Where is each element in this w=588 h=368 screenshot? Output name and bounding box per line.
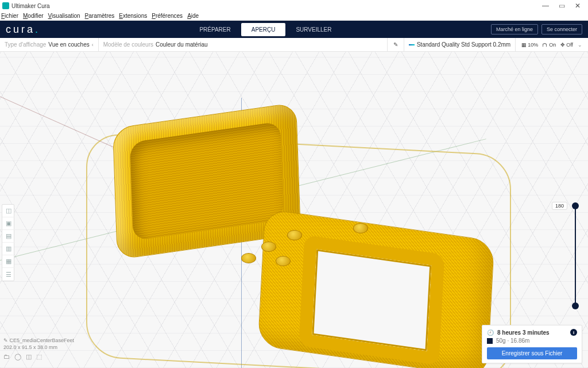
tool-cube-icon[interactable]: ◫ [26, 353, 32, 360]
view-3d-icon[interactable]: ◫ [2, 205, 15, 217]
logo: cura. [6, 24, 40, 36]
menu-edit[interactable]: Modifier [23, 13, 44, 19]
layer-handle-top[interactable] [572, 202, 579, 209]
3d-viewport[interactable]: ◫ ▣ ▤ ▥ ▦ ☰ 180 ✎ CE5_mediaCenterBaseFee… [0, 52, 588, 368]
minimize-button[interactable]: — [537, 2, 554, 10]
view-front-icon[interactable]: ▣ [2, 217, 15, 230]
colorscheme-selector[interactable]: Modèle de couleurs Couleur du matériau [99, 38, 388, 51]
menu-settings[interactable]: Paramètres [85, 13, 115, 19]
save-to-file-button[interactable]: Enregistrer sous Fichier [487, 347, 577, 359]
menu-extensions[interactable]: Extensions [119, 13, 147, 19]
tool-extra-icon[interactable]: ⬚ [36, 353, 42, 360]
grid-icon: ▦ [521, 42, 527, 48]
stage-tabs: PRÉPARER APERÇU SURVEILLER [189, 23, 342, 36]
layer-handle-bottom[interactable] [572, 302, 579, 309]
chevron-down-icon[interactable]: ⌄ [578, 42, 582, 48]
support-icon: ⛫ [543, 42, 548, 48]
signin-button[interactable]: Se connecter [541, 24, 582, 34]
view-left-icon[interactable]: ▥ [2, 243, 15, 255]
support-setting[interactable]: ⛫On [543, 42, 556, 48]
view-toolbar: ◫ ▣ ▤ ▥ ▦ ☰ [2, 204, 14, 281]
close-button[interactable]: ✕ [570, 2, 586, 10]
adhesion-setting[interactable]: ✥Off [560, 42, 573, 48]
object-info: ✎ CE5_mediaCenterBaseFeet 202.0 x 91.5 x… [3, 337, 74, 360]
view-layers-icon[interactable]: ☰ [2, 268, 15, 281]
tab-monitor[interactable]: SURVEILLER [285, 23, 342, 36]
time-estimate: 8 heures 3 minutes [497, 329, 550, 336]
print-estimate-panel: 🕘 8 heures 3 minutes i 50g · 16.86m Enre… [482, 325, 582, 363]
viewtype-value: Vue en couches [48, 41, 89, 48]
edit-settings-icon[interactable]: ✎ [388, 38, 404, 51]
maximize-button[interactable]: ▭ [554, 2, 570, 10]
window-titlebar: Ultimaker Cura — ▭ ✕ [0, 0, 588, 12]
marketplace-button[interactable]: Marché en ligne [491, 24, 538, 34]
header: cura. PRÉPARER APERÇU SURVEILLER Marché … [0, 21, 588, 38]
app-icon [2, 2, 9, 9]
menu-file[interactable]: Fichier [1, 13, 18, 19]
view-top-icon[interactable]: ▤ [2, 230, 15, 243]
viewtype-label: Type d'affichage [5, 41, 46, 48]
colorscheme-value: Couleur du matériau [156, 41, 208, 48]
material-icon [487, 338, 493, 344]
lines-icon [409, 44, 415, 45]
infill-setting[interactable]: ▦10% [521, 42, 538, 48]
adhesion-icon: ✥ [560, 42, 565, 48]
view-right-icon[interactable]: ▦ [2, 255, 15, 268]
viewtype-selector[interactable]: Type d'affichage Vue en couches ‹ [0, 38, 99, 51]
material-estimate: 50g · 16.86m [496, 338, 529, 344]
print-profile-selector[interactable]: Standard Quality Std Support 0.2mm [404, 38, 516, 51]
tab-preview[interactable]: APERÇU [241, 23, 286, 36]
window-title: Ultimaker Cura [11, 3, 50, 9]
layer-slider[interactable]: 180 [570, 204, 581, 308]
menubar: Fichier Modifier Visualisation Paramètre… [0, 12, 588, 21]
clock-icon: 🕘 [487, 329, 494, 336]
settings-bar: Type d'affichage Vue en couches ‹ Modèle… [0, 38, 588, 52]
profile-value: Standard Quality Std Support 0.2mm [417, 41, 510, 48]
chevron-left-icon: ‹ [92, 42, 94, 48]
info-icon[interactable]: i [570, 329, 577, 336]
object-name: CE5_mediaCenterBaseFeet [10, 338, 75, 343]
tool-sphere-icon[interactable]: ◯ [14, 353, 21, 360]
menu-preferences[interactable]: Préférences [152, 13, 183, 19]
tab-prepare[interactable]: PRÉPARER [189, 23, 241, 36]
layer-max-badge: 180 [552, 202, 567, 210]
menu-help[interactable]: Aide [187, 13, 199, 19]
colorscheme-label: Modèle de couleurs [103, 41, 153, 48]
object-dimensions: 202.0 x 91.5 x 38.0 mm [3, 344, 74, 351]
tool-folder-icon[interactable]: 🗀 [3, 353, 10, 360]
menu-view[interactable]: Visualisation [48, 13, 80, 19]
